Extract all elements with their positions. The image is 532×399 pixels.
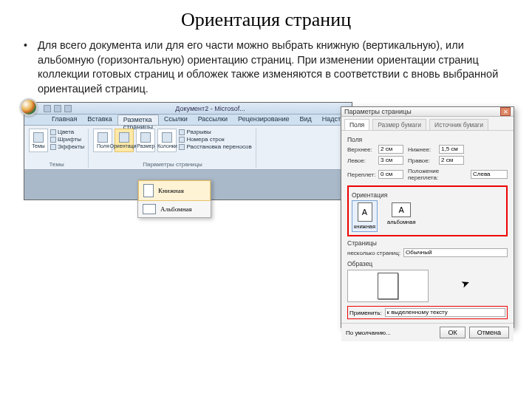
page-title: Ориентация страниц <box>18 9 514 31</box>
hyphen-icon <box>179 144 185 150</box>
right-margin-input[interactable]: 2 см <box>439 156 464 165</box>
pages-label: несколько страниц: <box>347 250 400 256</box>
right-margin-label: Правое: <box>408 157 434 164</box>
preview-page-icon <box>378 273 398 299</box>
quick-access-toolbar[interactable] <box>44 105 72 112</box>
gutter-label: Переплет: <box>347 171 374 178</box>
hyphenation-button[interactable]: Расстановка переносов <box>179 143 251 150</box>
dialog-tab-source[interactable]: Источник бумаги <box>429 119 488 130</box>
top-margin-input[interactable]: 2 см <box>378 145 403 154</box>
effects-icon <box>50 144 56 150</box>
pages-select[interactable]: Обычный <box>403 248 508 257</box>
portrait-label: Книжная <box>158 187 184 194</box>
ribbon-tabs: Главная Вставка Разметка страницы Ссылки… <box>24 115 352 126</box>
orientation-icon <box>119 132 129 143</box>
columns-icon <box>162 132 172 143</box>
tab-view[interactable]: Вид <box>295 115 317 125</box>
dropdown-item-landscape[interactable]: Альбомная <box>138 201 211 217</box>
cancel-button[interactable]: Отмена <box>469 327 509 338</box>
themes-label: Темы <box>32 143 45 149</box>
portrait-icon: A <box>358 202 372 222</box>
ribbon-group-pagesetup: Поля Ориентация Размер Колонки Разрывы Н… <box>93 129 256 168</box>
body-paragraph: Для всего документа или для его части мо… <box>38 38 514 96</box>
breaks-button[interactable]: Разрывы <box>179 129 251 135</box>
qat-redo-icon[interactable] <box>64 105 72 112</box>
theme-colors[interactable]: Цвета <box>50 129 84 135</box>
landscape-page-icon <box>143 204 156 214</box>
orientation-landscape-button[interactable]: A альбомная <box>385 200 417 232</box>
columns-button[interactable]: Колонки <box>157 129 177 152</box>
tab-references[interactable]: Ссылки <box>159 115 193 125</box>
themes-button[interactable]: Темы <box>29 129 48 152</box>
orientation-portrait-button[interactable]: A книжная <box>352 200 378 232</box>
close-button[interactable]: ✕ <box>500 107 511 116</box>
apply-select[interactable]: к выделенному тексту <box>385 308 505 317</box>
theme-effects[interactable]: Эффекты <box>50 143 84 150</box>
screenshot-figure: Документ2 - Microsof... Главная Вставка … <box>24 102 514 342</box>
pagesetup-group-label: Параметры страницы <box>93 161 251 168</box>
page-setup-dialog: Параметры страницы ✕ Поля Размер бумаги … <box>341 106 514 328</box>
dialog-tab-paper[interactable]: Размер бумаги <box>372 119 426 130</box>
orientation-section-label: Ориентация <box>352 191 503 199</box>
themes-group-label: Темы <box>29 161 84 168</box>
tab-page-layout[interactable]: Разметка страницы <box>117 115 159 125</box>
ribbon-group-themes: Темы Цвета Шрифты Эффекты Темы <box>29 129 89 168</box>
apply-label: Применить: <box>349 310 382 316</box>
default-button[interactable]: По умолчанию... <box>346 330 391 336</box>
breaks-icon <box>179 129 185 135</box>
dialog-title: Параметры страницы <box>344 108 412 115</box>
margins-button[interactable]: Поля <box>93 129 112 152</box>
bullet-marker: • <box>24 38 27 96</box>
themes-icon <box>33 132 44 143</box>
orientation-dropdown: Книжная Альбомная <box>137 180 211 218</box>
document-title: Документ2 - Microsof... <box>72 105 349 112</box>
landscape-icon: A <box>392 202 411 217</box>
qat-undo-icon[interactable] <box>54 105 61 112</box>
dropdown-item-portrait[interactable]: Книжная <box>138 180 211 201</box>
margins-section-label: Поля <box>347 136 508 143</box>
tab-mailings[interactable]: Рассылки <box>193 115 233 125</box>
size-icon <box>140 132 151 143</box>
gutter-input[interactable]: 0 см <box>378 170 403 179</box>
pages-section-label: Страницы <box>347 239 508 247</box>
top-margin-label: Верхнее: <box>347 146 374 153</box>
colors-icon <box>50 129 56 135</box>
line-numbers-button[interactable]: Номера строк <box>179 136 251 143</box>
dialog-tab-margins[interactable]: Поля <box>344 119 369 130</box>
qat-save-icon[interactable] <box>44 105 51 112</box>
preview-section-label: Образец <box>347 260 508 267</box>
ok-button[interactable]: ОК <box>440 327 465 338</box>
left-margin-label: Левое: <box>347 157 374 164</box>
left-margin-input[interactable]: 3 см <box>378 156 403 165</box>
tab-insert[interactable]: Вставка <box>82 115 117 125</box>
linenum-icon <box>179 137 185 143</box>
size-button[interactable]: Размер <box>136 129 155 152</box>
bottom-margin-input[interactable]: 1,5 см <box>439 145 464 154</box>
portrait-page-icon <box>143 184 154 197</box>
preview-box <box>347 270 429 302</box>
bottom-margin-label: Нижнее: <box>408 146 434 153</box>
tab-home[interactable]: Главная <box>47 115 82 125</box>
tab-review[interactable]: Рецензирование <box>233 115 295 125</box>
gutter-pos-label: Положение переплета: <box>408 168 466 181</box>
fonts-icon <box>50 137 56 143</box>
theme-fonts[interactable]: Шрифты <box>50 136 84 143</box>
orientation-button[interactable]: Ориентация <box>115 129 134 152</box>
landscape-label: Альбомная <box>160 205 192 213</box>
gutter-pos-select[interactable]: Слева <box>471 170 508 179</box>
margins-icon <box>98 132 108 143</box>
